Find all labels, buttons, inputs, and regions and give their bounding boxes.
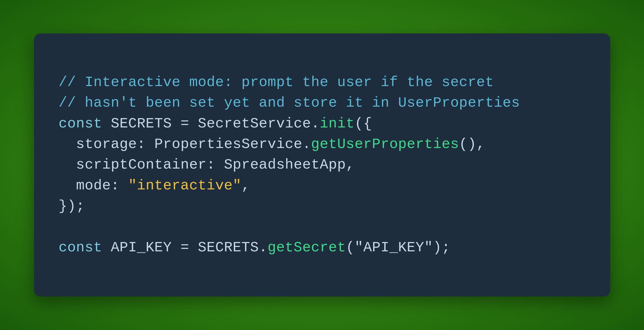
storage-prop: storage: PropertiesService. <box>59 136 311 152</box>
keyword-const-1: const <box>59 116 102 132</box>
api-key-line: const API_KEY = SECRETS.getSecret("API_K… <box>59 237 586 258</box>
blank-line <box>59 217 586 237</box>
storage-line: storage: PropertiesService.getUserProper… <box>59 134 586 155</box>
close-brace: }); <box>59 198 85 214</box>
close-brace-line: }); <box>59 196 586 217</box>
code-card: // Interactive mode: prompt the user if … <box>34 33 610 297</box>
const-secrets-line: const SECRETS = SecretService.init({ <box>59 113 586 134</box>
open-paren-brace: ({ <box>355 116 372 132</box>
api-key-var: API_KEY = SECRETS. <box>102 240 268 256</box>
secrets-var: SECRETS = SecretService. <box>102 116 320 132</box>
storage-end: (), <box>459 136 485 152</box>
keyword-const-2: const <box>59 240 102 256</box>
comment-line-1: // Interactive mode: prompt the user if … <box>59 72 586 93</box>
mode-string: "interactive" <box>128 178 241 194</box>
mode-comma: , <box>241 178 250 194</box>
comment-line-2: // hasn't been set yet and store it in U… <box>59 93 586 113</box>
comment-text-2: // hasn't been set yet and store it in U… <box>59 95 520 111</box>
get-user-props-method: getUserProperties <box>311 136 459 152</box>
init-method: init <box>320 116 355 132</box>
get-secret-method: getSecret <box>268 240 346 256</box>
mode-prop: mode: <box>59 178 128 194</box>
mode-line: mode: "interactive", <box>59 175 586 196</box>
script-container-line: scriptContainer: SpreadsheetApp, <box>59 155 586 175</box>
comment-text-1: // Interactive mode: prompt the user if … <box>59 74 494 90</box>
api-key-arg: ("API_KEY"); <box>346 240 450 256</box>
script-container-prop: scriptContainer: SpreadsheetApp, <box>59 157 355 173</box>
code-block: // Interactive mode: prompt the user if … <box>59 72 586 258</box>
